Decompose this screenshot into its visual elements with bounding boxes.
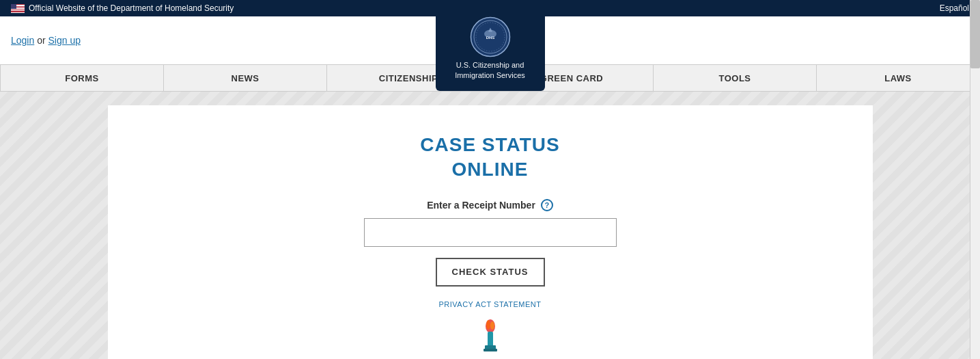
espanol-link[interactable]: Español [940,3,969,13]
signup-link[interactable]: Sign up [48,35,81,46]
receipt-label: Enter a Receipt Number [427,200,535,211]
scrollbar[interactable] [970,0,980,359]
nav-news[interactable]: NEWS [164,65,327,91]
header-auth: Login or Sign up [11,35,81,46]
help-icon[interactable]: ? [541,199,553,211]
nav-laws[interactable]: LAWS [817,65,980,91]
case-status-form: Enter a Receipt Number ? CHECK STATUS PR… [361,199,620,354]
official-text: Official Website of the Department of Ho… [29,3,234,13]
page-title: CASE STATUS ONLINE [420,133,559,183]
us-flag-icon [11,4,25,13]
main-wrapper: CASE STATUS ONLINE Enter a Receipt Numbe… [0,92,980,359]
nav-tools[interactable]: TOOLS [654,65,817,91]
login-link[interactable]: Login [11,35,34,46]
or-text: or [37,35,48,46]
liberty-torch-icon [478,319,503,354]
svg-rect-11 [484,349,497,351]
receipt-label-row: Enter a Receipt Number ? [427,199,553,211]
dhs-seal-icon: DHS [470,16,511,57]
svg-point-8 [490,321,494,330]
main-card: CASE STATUS ONLINE Enter a Receipt Numbe… [108,105,873,359]
svg-rect-9 [488,332,493,347]
top-bar-left: Official Website of the Department of Ho… [11,3,234,13]
svg-point-7 [486,320,490,330]
header: Login or Sign up DHS U.S. Citizenship an… [0,16,980,64]
site-logo: DHS U.S. Citizenship and Immigration Ser… [436,10,545,91]
check-status-button[interactable]: CHECK STATUS [436,258,545,287]
nav-forms[interactable]: FORMS [0,65,164,91]
scrollbar-thumb[interactable] [970,0,980,68]
logo-text: U.S. Citizenship and Immigration Service… [455,60,525,81]
privacy-act-link[interactable]: PRIVACY ACT STATEMENT [438,300,541,308]
receipt-number-input[interactable] [364,218,617,247]
